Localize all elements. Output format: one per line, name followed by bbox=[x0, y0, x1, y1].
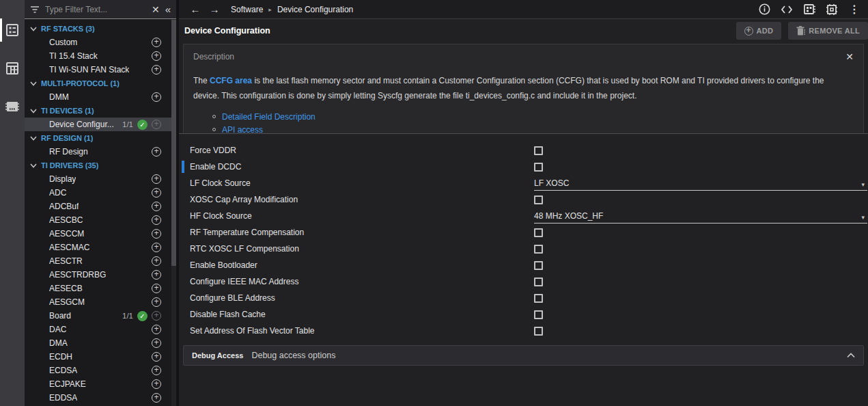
chevron-up-icon[interactable] bbox=[847, 353, 855, 358]
tree-category-multi-protocol-1[interactable]: MULTI-PROTOCOL (1) bbox=[25, 77, 176, 90]
checkbox[interactable] bbox=[534, 327, 543, 336]
tree-item-aesecb[interactable]: AESECB+ bbox=[25, 282, 176, 295]
checkbox[interactable] bbox=[534, 195, 543, 204]
config-row-lf-clock-source: LF Clock SourceLF XOSC▾ bbox=[179, 175, 868, 191]
tree-item-custom[interactable]: Custom+ bbox=[25, 36, 176, 49]
tree-item-aesgcm[interactable]: AESGCM+ bbox=[25, 295, 176, 309]
add-module-icon[interactable]: + bbox=[152, 202, 161, 211]
code-icon[interactable] bbox=[780, 3, 794, 16]
registers-view-icon bbox=[5, 62, 19, 75]
collapse-double-chevron-icon[interactable]: « bbox=[165, 3, 171, 15]
add-module-icon[interactable]: + bbox=[152, 393, 161, 403]
chevron-down-icon[interactable] bbox=[30, 163, 37, 168]
dropdown-select[interactable]: LF XOSC▾ bbox=[534, 176, 867, 191]
tree-category-rf-design-1[interactable]: RF DESIGN (1) bbox=[25, 131, 176, 145]
instance-count-badge: 1/1 bbox=[122, 120, 133, 128]
add-module-icon[interactable]: + bbox=[152, 51, 161, 61]
api-access-link[interactable]: API access bbox=[222, 125, 263, 135]
add-module-icon[interactable]: + bbox=[152, 215, 161, 225]
config-row-enable-dcdc: Enable DCDC bbox=[179, 159, 868, 175]
checkbox[interactable] bbox=[534, 228, 543, 237]
activity-registers-view[interactable] bbox=[0, 57, 25, 79]
close-icon[interactable]: ✕ bbox=[845, 51, 854, 62]
detailed-field-description-link[interactable]: Detailed Field Description bbox=[222, 112, 316, 122]
add-button[interactable]: + ADD bbox=[736, 22, 782, 40]
add-module-icon[interactable]: + bbox=[152, 352, 161, 362]
tree-item-dac[interactable]: DAC+ bbox=[25, 323, 176, 336]
tree-category-ti-drivers-35[interactable]: TI DRIVERS (35) bbox=[25, 159, 176, 172]
tree-item-ecdsa[interactable]: ECDSA+ bbox=[25, 364, 176, 377]
description-title: Description bbox=[193, 52, 234, 62]
forward-arrow-icon[interactable]: → bbox=[208, 3, 221, 15]
sidebar-scrollbar[interactable] bbox=[171, 20, 176, 406]
chevron-down-icon[interactable] bbox=[30, 81, 37, 86]
tree-item-dmm[interactable]: DMM+ bbox=[25, 90, 176, 104]
tree-item-device-configur[interactable]: Device Configur...1/1✓+ bbox=[25, 118, 176, 131]
activity-device-view[interactable] bbox=[0, 96, 25, 118]
chevron-down-icon[interactable]: ▾ bbox=[861, 181, 867, 188]
tree-item-rf-design[interactable]: RF Design+ bbox=[25, 145, 176, 159]
tree-item-ecdh[interactable]: ECDH+ bbox=[25, 350, 176, 364]
add-module-icon[interactable]: + bbox=[152, 65, 161, 75]
debug-access-section-header[interactable]: Debug Access Debug access options bbox=[183, 345, 864, 366]
info-icon[interactable] bbox=[757, 3, 771, 16]
add-module-icon[interactable]: + bbox=[152, 297, 161, 307]
add-module-icon[interactable]: + bbox=[152, 325, 161, 334]
add-module-icon[interactable]: + bbox=[152, 338, 161, 348]
chevron-down-icon[interactable] bbox=[30, 136, 37, 141]
remove-all-button[interactable]: REMOVE ALL bbox=[788, 22, 868, 40]
sidebar-scrollbar-thumb[interactable] bbox=[171, 20, 176, 266]
tree-item-aescmac[interactable]: AESCMAC+ bbox=[25, 241, 176, 254]
add-module-icon[interactable]: + bbox=[152, 379, 161, 389]
tree-item-aesctr[interactable]: AESCTR+ bbox=[25, 254, 176, 268]
add-module-icon[interactable]: + bbox=[152, 366, 161, 375]
activity-config-panel[interactable] bbox=[0, 19, 25, 41]
chevron-down-icon[interactable]: ▾ bbox=[861, 214, 867, 221]
breadcrumb-device-configuration[interactable]: Device Configuration bbox=[277, 5, 353, 14]
tree-item-display[interactable]: Display+ bbox=[25, 172, 176, 186]
tree-item-aesctrdrbg[interactable]: AESCTRDRBG+ bbox=[25, 268, 176, 282]
tree-item-eddsa[interactable]: EDDSA+ bbox=[25, 391, 176, 405]
add-module-icon[interactable]: + bbox=[152, 188, 161, 198]
tree-item-adc[interactable]: ADC+ bbox=[25, 186, 176, 200]
tree-item-board[interactable]: Board1/1✓+ bbox=[25, 309, 176, 323]
back-arrow-icon[interactable]: ← bbox=[188, 3, 202, 15]
tree-item-aesccm[interactable]: AESCCM+ bbox=[25, 227, 176, 241]
device-icon[interactable] bbox=[825, 3, 839, 16]
breadcrumb-software[interactable]: Software bbox=[231, 5, 263, 14]
tree-label: RF STACKS (3) bbox=[41, 25, 95, 33]
checkbox[interactable] bbox=[534, 278, 543, 286]
kebab-menu-icon[interactable]: ⋮ bbox=[848, 3, 861, 16]
add-module-icon[interactable]: + bbox=[152, 174, 161, 184]
tree-category-ti-devices-1[interactable]: TI DEVICES (1) bbox=[25, 104, 176, 118]
registers-icon[interactable] bbox=[802, 3, 816, 16]
checkbox[interactable] bbox=[534, 294, 543, 303]
chevron-down-icon[interactable] bbox=[30, 109, 37, 113]
filter-input[interactable] bbox=[45, 5, 146, 14]
tree-item-aescbc[interactable]: AESCBC+ bbox=[25, 213, 176, 227]
add-module-icon[interactable]: + bbox=[152, 243, 161, 252]
chevron-down-icon[interactable] bbox=[30, 27, 37, 31]
add-module-icon[interactable]: + bbox=[152, 284, 161, 293]
close-icon[interactable]: ✕ bbox=[152, 4, 160, 15]
add-module-icon[interactable]: + bbox=[152, 229, 161, 239]
checkbox[interactable] bbox=[534, 245, 543, 254]
checkbox[interactable] bbox=[534, 310, 543, 319]
tree-label: Display bbox=[49, 174, 76, 184]
tree-item-dma[interactable]: DMA+ bbox=[25, 336, 176, 350]
checkbox[interactable] bbox=[534, 261, 543, 270]
ccfg-area-link[interactable]: CCFG area bbox=[210, 76, 252, 85]
add-module-icon[interactable]: + bbox=[152, 147, 161, 157]
add-module-icon[interactable]: + bbox=[152, 256, 161, 266]
tree-item-adcbuf[interactable]: ADCBuf+ bbox=[25, 200, 176, 213]
tree-category-rf-stacks-3[interactable]: RF STACKS (3) bbox=[25, 22, 176, 36]
tree-item-ecjpake[interactable]: ECJPAKE+ bbox=[25, 377, 176, 391]
dropdown-select[interactable]: 48 MHz XOSC_HF▾ bbox=[534, 208, 867, 224]
checkbox[interactable] bbox=[534, 163, 543, 172]
tree-item-ti-15-4-stack[interactable]: TI 15.4 Stack+ bbox=[25, 49, 176, 63]
tree-item-ti-wi-sun-fan-stack[interactable]: TI Wi-SUN FAN Stack+ bbox=[25, 63, 176, 77]
add-module-icon[interactable]: + bbox=[152, 270, 161, 280]
add-module-icon[interactable]: + bbox=[152, 38, 161, 47]
checkbox[interactable] bbox=[534, 146, 543, 155]
add-module-icon[interactable]: + bbox=[152, 92, 161, 102]
